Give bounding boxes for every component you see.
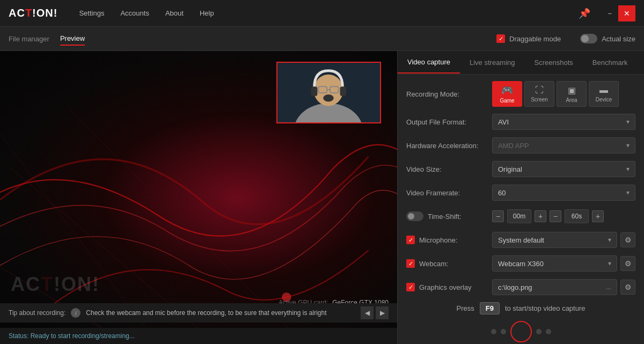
preview-area: ACT!ON! Active GPU card: GeForce GTX 108… xyxy=(0,51,397,344)
nav-accounts[interactable]: Accounts xyxy=(120,9,149,17)
hardware-accel-label: Hardware Acceleration: xyxy=(406,142,492,150)
nav-settings[interactable]: Settings xyxy=(79,9,104,17)
tip-prev-button[interactable]: ◀ xyxy=(361,306,374,319)
timeshift-sec-plus[interactable]: + xyxy=(592,210,604,222)
graphics-overlay-checkbox[interactable]: ✓ xyxy=(406,283,415,291)
timeshift-seconds-value: 60s xyxy=(565,209,589,223)
timeshift-row: Time-Shift: − 00m + − 60s + xyxy=(406,208,635,225)
video-framerate-value: 60 xyxy=(498,189,506,197)
dot-record-button[interactable] xyxy=(510,321,532,342)
webcam-value: Webcam X360 xyxy=(498,260,544,268)
secondary-nav: File manager Preview ✓ Draggable mode Ac… xyxy=(0,27,644,51)
file-manager-link[interactable]: File manager xyxy=(9,33,49,45)
video-size-dropdown[interactable]: Original ▾ xyxy=(492,161,635,177)
video-size-control: Original ▾ xyxy=(492,161,635,177)
recording-mode-label: Recording Mode: xyxy=(406,90,492,98)
close-button[interactable]: ✕ xyxy=(618,5,635,21)
actual-size-toggle[interactable] xyxy=(580,34,597,43)
nav-help[interactable]: Help xyxy=(200,9,214,17)
svg-rect-9 xyxy=(311,86,318,96)
output-format-dropdown[interactable]: AVI ▾ xyxy=(492,114,635,130)
graphics-overlay-path[interactable]: c:\logo.png ... xyxy=(492,279,617,295)
hotkey-action-label: to start/stop video capture xyxy=(505,304,586,312)
hardware-accel-value: AMD APP xyxy=(498,142,529,150)
action-logo-overlay: ACT!ON! xyxy=(11,273,100,296)
recording-mode-control: 🎮 Game ⛶ Screen ▣ Area ▬ xyxy=(492,81,635,107)
hardware-accel-dropdown[interactable]: AMD APP ▾ xyxy=(492,137,635,153)
pin-icon[interactable]: 📌 xyxy=(579,8,590,19)
graphics-overlay-settings-button[interactable]: ⚙ xyxy=(620,280,635,295)
mode-screen-label: Screen xyxy=(531,97,548,103)
nav-about[interactable]: About xyxy=(165,9,184,17)
topbar: ACT!ON! Settings Accounts About Help 📌 −… xyxy=(0,0,644,27)
microphone-checkbox[interactable]: ✓ xyxy=(406,236,415,244)
webcam-label-group: ✓ Webcam: xyxy=(406,259,492,268)
webcam-overlay[interactable] xyxy=(276,62,381,123)
microphone-row: ✓ Microphone: System default ▾ ⚙ xyxy=(406,231,635,248)
tab-live-streaming[interactable]: Live streaming xyxy=(460,52,525,73)
screen-icon: ⛶ xyxy=(535,85,544,95)
timeshift-label: Time-Shift: xyxy=(428,213,461,221)
webcam-checkbox[interactable]: ✓ xyxy=(406,259,415,268)
tip-text: Check the webcam and mic before the reco… xyxy=(86,309,355,317)
timeshift-sec-minus[interactable]: − xyxy=(550,210,561,222)
microphone-settings-button[interactable]: ⚙ xyxy=(620,232,635,247)
settings-content: Recording Mode: 🎮 Game ⛶ Screen ▣ xyxy=(398,75,644,344)
graphics-overlay-control: c:\logo.png ... ⚙ xyxy=(492,279,635,295)
tip-next-button[interactable]: ▶ xyxy=(376,306,389,319)
panel-settings-icon[interactable]: ⚙ xyxy=(638,51,644,74)
draggable-mode-checkbox[interactable]: ✓ xyxy=(496,34,505,43)
webcam-arrow: ▾ xyxy=(608,260,611,267)
timeshift-min-plus[interactable]: + xyxy=(535,210,546,222)
panel-tabs: Video capture Live streaming Screenshots… xyxy=(398,51,644,75)
dot-2[interactable] xyxy=(501,329,506,334)
webcam-control: Webcam X360 ▾ ⚙ xyxy=(492,255,635,272)
graphics-overlay-label: Graphics overlay xyxy=(419,283,472,291)
tab-screenshots[interactable]: Screenshots xyxy=(525,52,583,73)
output-format-label: Output File Format: xyxy=(406,118,492,126)
minimize-button[interactable]: − xyxy=(601,5,618,21)
preview-link[interactable]: Preview xyxy=(60,32,85,46)
dot-3[interactable] xyxy=(536,329,541,334)
dot-4[interactable] xyxy=(546,329,551,334)
dot-1[interactable] xyxy=(491,329,496,334)
timeshift-min-minus[interactable]: − xyxy=(492,210,504,222)
mode-game-label: Game xyxy=(500,98,514,104)
output-format-value: AVI xyxy=(498,118,509,126)
video-framerate-arrow: ▾ xyxy=(626,189,630,196)
hotkey-row: Press F9 to start/stop video capture xyxy=(406,302,635,314)
tab-benchmark[interactable]: Benchmark xyxy=(583,52,638,73)
webcam-dropdown[interactable]: Webcam X360 ▾ xyxy=(492,255,617,272)
game-icon: 🎮 xyxy=(501,84,513,96)
timeshift-toggle[interactable] xyxy=(406,211,423,221)
actual-size-label: Actual size xyxy=(602,35,635,43)
tip-title: Tip about recording: xyxy=(9,309,65,317)
device-icon: ▬ xyxy=(599,85,608,95)
mode-area-button[interactable]: ▣ Area xyxy=(557,81,587,107)
hardware-accel-control: AMD APP ▾ xyxy=(492,137,635,153)
webcam-label: Webcam: xyxy=(419,260,449,268)
video-framerate-row: Video Framerate: 60 ▾ xyxy=(406,184,635,201)
webcam-settings-button[interactable]: ⚙ xyxy=(620,256,635,271)
microphone-arrow: ▾ xyxy=(608,236,611,244)
mode-game-button[interactable]: 🎮 Game xyxy=(492,81,522,107)
tip-bar: Tip about recording: i Check the webcam … xyxy=(0,303,397,323)
area-icon: ▣ xyxy=(568,85,576,96)
microphone-dropdown[interactable]: System default ▾ xyxy=(492,232,617,248)
mode-device-button[interactable]: ▬ Device xyxy=(589,81,619,107)
timeshift-minutes-value: 00m xyxy=(507,209,531,223)
webcam-resize-handle[interactable] xyxy=(316,120,342,122)
output-format-arrow: ▾ xyxy=(626,118,630,126)
tip-nav: ◀ ▶ xyxy=(361,306,389,319)
hotkey-press-label: Press xyxy=(457,304,474,312)
tab-video-capture[interactable]: Video capture xyxy=(398,52,460,74)
mode-area-label: Area xyxy=(566,97,577,103)
hotkey-badge: F9 xyxy=(480,302,500,314)
webcam-row: ✓ Webcam: Webcam X360 ▾ ⚙ xyxy=(406,255,635,272)
mode-screen-button[interactable]: ⛶ Screen xyxy=(524,81,554,107)
nav-links: Settings Accounts About Help xyxy=(79,9,579,17)
video-framerate-dropdown[interactable]: 60 ▾ xyxy=(492,185,635,201)
microphone-label-group: ✓ Microphone: xyxy=(406,236,492,244)
graphics-overlay-label-group: ✓ Graphics overlay xyxy=(406,283,492,291)
draggable-mode-label: Draggable mode xyxy=(509,35,561,43)
